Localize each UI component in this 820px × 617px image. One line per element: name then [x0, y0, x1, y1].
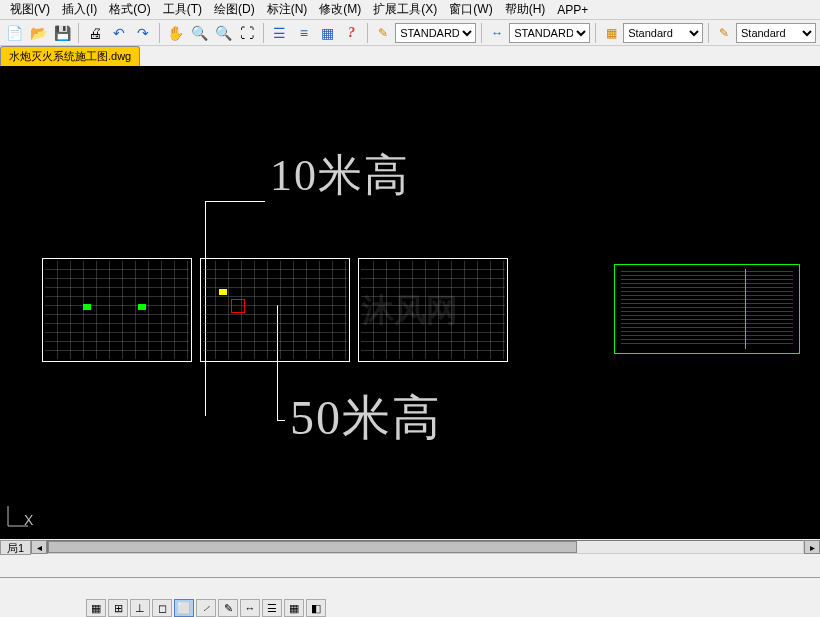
green-marker [83, 304, 91, 310]
annotation-text-bottom: 50米高 [290, 386, 442, 450]
status-model-toggle[interactable]: ☰ [262, 599, 282, 617]
yellow-marker [219, 289, 227, 295]
menu-insert[interactable]: 插入(I) [56, 0, 103, 20]
separator [159, 23, 160, 43]
annotation-text-top: 10米高 [270, 146, 410, 205]
zoom-out-button[interactable]: 🔍 [212, 22, 234, 44]
status-snap-toggle[interactable]: ⊞ [108, 599, 128, 617]
separator [481, 23, 482, 43]
scroll-right-arrow[interactable]: ▸ [804, 540, 820, 554]
leader-line [277, 420, 285, 421]
floor-plan-content [45, 261, 189, 359]
status-dyn-toggle[interactable]: ✎ [218, 599, 238, 617]
text-style-icon[interactable]: ✎ [373, 23, 393, 43]
green-marker [138, 304, 146, 310]
table-button[interactable]: ▦ [317, 22, 339, 44]
separator [263, 23, 264, 43]
ucs-x-label: X [24, 512, 33, 528]
horizontal-scrollbar: 局1 ◂ ▸ [0, 539, 820, 555]
menu-window[interactable]: 窗口(W) [443, 0, 498, 20]
drawing-sheet-3 [358, 258, 508, 362]
status-bar: ▦ ⊞ ⊥ ◻ ⬜ ⟋ ✎ ↔ ☰ ▦ ◧ [0, 577, 820, 617]
open-button[interactable]: 📂 [28, 22, 50, 44]
layout-tab[interactable]: 局1 [0, 540, 31, 555]
status-grid-toggle[interactable]: ▦ [86, 599, 106, 617]
menu-help[interactable]: 帮助(H) [499, 0, 552, 20]
menu-bar: 视图(V) 插入(I) 格式(O) 工具(T) 绘图(D) 标注(N) 修改(M… [0, 0, 820, 20]
save-button[interactable]: 💾 [52, 22, 74, 44]
menu-format[interactable]: 格式(O) [103, 0, 156, 20]
menu-modify[interactable]: 修改(M) [313, 0, 367, 20]
dim-style-icon[interactable]: ↔ [487, 23, 507, 43]
status-osnap-toggle[interactable]: ⬜ [174, 599, 194, 617]
text-style-select[interactable]: STANDARD [395, 23, 476, 43]
drawing-canvas[interactable]: 10米高 50米高 沐风网 X 局1 ◂ ▸ [0, 66, 820, 555]
main-toolbar: 📄 📂 💾 🖨 ↶ ↷ ✋ 🔍 🔍 ⛶ ☰ ≡ ▦ ? ✎ STANDARD ↔… [0, 20, 820, 46]
separator [595, 23, 596, 43]
file-tab-bar: 水炮灭火系统施工图.dwg [0, 46, 820, 66]
mleader-style-icon[interactable]: ✎ [714, 23, 734, 43]
zoom-extents-button[interactable]: ⛶ [236, 22, 258, 44]
help-button[interactable]: ? [341, 22, 363, 44]
leader-line [205, 201, 265, 202]
drawing-sheet-2 [200, 258, 350, 362]
zoom-in-button[interactable]: 🔍 [189, 22, 211, 44]
ucs-icon: X [6, 504, 30, 531]
new-button[interactable]: 📄 [4, 22, 26, 44]
status-extra2-toggle[interactable]: ◧ [306, 599, 326, 617]
status-extra1-toggle[interactable]: ▦ [284, 599, 304, 617]
separator [367, 23, 368, 43]
separator [708, 23, 709, 43]
list-button[interactable]: ≡ [293, 22, 315, 44]
undo-button[interactable]: ↶ [108, 22, 130, 44]
scroll-track[interactable] [47, 540, 804, 554]
print-button[interactable]: 🖨 [84, 22, 106, 44]
table-style-select[interactable]: Standard [623, 23, 703, 43]
drawing-sheet-1 [42, 258, 192, 362]
separator [78, 23, 79, 43]
floor-plan-content [203, 261, 347, 359]
menu-draw[interactable]: 绘图(D) [208, 0, 261, 20]
legend-column [745, 269, 795, 349]
menu-extensions[interactable]: 扩展工具(X) [367, 0, 443, 20]
status-ortho-toggle[interactable]: ⊥ [130, 599, 150, 617]
floor-plan-content [361, 261, 505, 359]
title-block-sheet [614, 264, 800, 354]
menu-dimension[interactable]: 标注(N) [261, 0, 314, 20]
menu-tools[interactable]: 工具(T) [157, 0, 208, 20]
menu-app[interactable]: APP+ [551, 1, 594, 19]
redo-button[interactable]: ↷ [132, 22, 154, 44]
mleader-style-select[interactable]: Standard [736, 23, 816, 43]
menu-view[interactable]: 视图(V) [4, 0, 56, 20]
scroll-left-arrow[interactable]: ◂ [31, 540, 47, 554]
status-lwt-toggle[interactable]: ↔ [240, 599, 260, 617]
red-marker [231, 299, 245, 313]
status-otrack-toggle[interactable]: ⟋ [196, 599, 216, 617]
scroll-thumb[interactable] [48, 541, 576, 553]
status-polar-toggle[interactable]: ◻ [152, 599, 172, 617]
properties-button[interactable]: ☰ [269, 22, 291, 44]
pan-button[interactable]: ✋ [165, 22, 187, 44]
file-tab-active[interactable]: 水炮灭火系统施工图.dwg [0, 46, 140, 66]
dim-style-select[interactable]: STANDARD [509, 23, 590, 43]
table-style-icon[interactable]: ▦ [601, 23, 621, 43]
